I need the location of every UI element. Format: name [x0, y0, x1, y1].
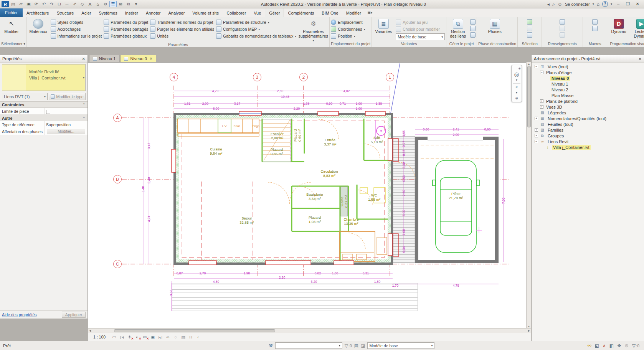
edit-selection-icon[interactable]	[527, 32, 532, 38]
vertical-scroll-thumb[interactable]	[527, 66, 531, 127]
collapse-arrow-icon[interactable]: ◂	[547, 2, 550, 7]
manage-images-icon[interactable]	[470, 32, 476, 38]
ribbon-tab-modifier[interactable]: Modifier	[342, 8, 365, 17]
help-dropdown-icon[interactable]: ▾	[611, 2, 612, 6]
viewbar-collapse-icon[interactable]: ‹	[197, 335, 198, 339]
decal-icon[interactable]	[470, 19, 476, 25]
drag-on-selection-icon[interactable]: ✥	[617, 343, 621, 348]
ribbon-tab-architecture[interactable]: Architecture	[23, 8, 53, 17]
dropdown-arrow-icon[interactable]: ▾	[295, 35, 296, 38]
scale-button[interactable]: 1 : 100	[93, 335, 106, 339]
scroll-down-icon[interactable]: ▼	[528, 325, 530, 328]
horizontal-scrollbar[interactable]: ◀ ▶	[88, 328, 531, 333]
dropdown-arrow-icon[interactable]: ▾	[441, 35, 443, 39]
materials-button[interactable]: Matériaux	[28, 18, 49, 34]
sync-icon[interactable]: ⟳	[33, 1, 40, 7]
open-icon[interactable]: ▱	[17, 1, 25, 7]
crop-off-icon[interactable]: ✄	[142, 334, 148, 340]
switch-windows-icon[interactable]: ⧉	[125, 1, 132, 7]
reference-type-value[interactable]: Superposition	[45, 121, 88, 128]
properties-header[interactable]: Propriétés ✕	[0, 55, 88, 63]
manage-links-button[interactable]: ⧉ Gestion des liens	[447, 18, 468, 38]
type-selector-dropdown-icon[interactable]: ▾	[83, 76, 84, 79]
worksets-icon[interactable]: ⚒	[269, 343, 273, 348]
ribbon-tab-compl-ments[interactable]: Compléments	[284, 8, 318, 17]
zoom-dropdown-icon[interactable]: ▾	[516, 90, 517, 95]
load-selection-icon[interactable]	[527, 26, 532, 31]
ribbon-tab-collaborer[interactable]: Collaborer	[223, 8, 250, 17]
select-by-face-icon[interactable]: ◧	[609, 343, 614, 348]
ribbon-item-styles-d-objets[interactable]: Styles d'objets	[51, 20, 102, 25]
aligned-dimension-icon[interactable]: ⇗	[71, 1, 78, 7]
ribbon-item-unit-s[interactable]: Unités	[150, 33, 214, 39]
save-icon[interactable]: ▣	[25, 1, 32, 7]
zoom-region-icon[interactable]: ⌕	[515, 84, 518, 89]
browser-item-familles[interactable]: +▨Familles	[533, 127, 644, 133]
browser-item-vues-tout[interactable]: −◫Vues (tout)	[533, 64, 644, 69]
ribbon-tab-fichier[interactable]: Fichier	[0, 8, 23, 17]
minimize-button[interactable]: –	[615, 2, 622, 7]
select-pinned-icon[interactable]: ⊼	[603, 343, 606, 348]
search-icon[interactable]: ⌕	[552, 2, 555, 7]
show-crop-icon[interactable]: ◱	[157, 334, 163, 340]
project-browser-header[interactable]: Arborescence du projet - Projet4.rvt ✕	[532, 55, 644, 63]
ribbon-item-position[interactable]: Position▾	[331, 33, 365, 39]
select-by-id-icon[interactable]	[560, 26, 565, 31]
background-processes-icon[interactable]: ⚙	[624, 343, 629, 348]
temporary-hide-icon[interactable]: ∞	[165, 334, 171, 340]
active-design-option-select[interactable]: Modèle de base▾	[396, 33, 445, 40]
scroll-right-icon[interactable]: ▶	[528, 329, 530, 332]
wheel-dropdown-icon[interactable]: ▾	[516, 78, 517, 83]
expand-icon[interactable]: +	[540, 105, 543, 109]
ribbon-item-coordonn-es[interactable]: Coordonnées▾	[331, 26, 365, 32]
thin-lines-icon[interactable]: ☰	[109, 1, 117, 7]
dynamo-button[interactable]: D Dynamo	[608, 18, 629, 34]
dropdown-arrow-icon[interactable]: ▾	[268, 21, 269, 24]
customize-quick-access-icon[interactable]: ▾	[132, 1, 140, 7]
dropdown-arrow-icon[interactable]: ▾	[363, 28, 365, 31]
collapse-icon[interactable]: −	[540, 71, 543, 74]
revit-logo-icon[interactable]: R	[2, 1, 9, 7]
print-icon[interactable]: ⊟	[56, 1, 63, 7]
dropdown-arrow-icon[interactable]: ▾	[258, 28, 260, 31]
browser-item-vues-3d[interactable]: +Vues 3D	[533, 104, 644, 110]
browser-item-l-gendes[interactable]: ▤Légendes	[533, 110, 644, 116]
ribbon-item-accrochages[interactable]: Accrochages	[51, 26, 102, 32]
ribbon-tab-syst-mes[interactable]: Systèmes	[95, 8, 121, 17]
browser-item-plan-masse[interactable]: Plan Masse	[533, 92, 644, 98]
additional-settings-button[interactable]: ⚙ Paramètres supplémentaires▾	[298, 18, 328, 43]
close-button[interactable]: ✕	[634, 2, 641, 7]
show-constraints-icon[interactable]: ⊓	[188, 334, 194, 340]
browser-item-groupes[interactable]: +⧉Groupes	[533, 133, 644, 139]
dynamo-player-button[interactable]: ▶ Lecteur Dynamo	[631, 18, 644, 38]
crop-region-icon[interactable]: ▣	[149, 334, 156, 340]
ribbon-tab-ins-rer[interactable]: Insérer	[121, 8, 142, 17]
type-selector[interactable]: Modèle Revit lié Villa j_Container.rvt ▾	[2, 64, 86, 91]
properties-help-link[interactable]: Aide des propriétés	[2, 312, 36, 317]
ribbon-item-param-tres-de-structure[interactable]: Paramètres de structure▾	[216, 20, 296, 25]
browser-item-liens-revit[interactable]: −∞Liens Revit	[533, 139, 644, 144]
design-options-button[interactable]: ≣ Variantes	[373, 18, 394, 34]
project-browser-close-icon[interactable]: ✕	[639, 57, 642, 61]
active-design-option-dropdown[interactable]: Modèle de base▾	[367, 342, 434, 349]
collapse-icon[interactable]: −	[535, 140, 538, 143]
signin-dropdown-icon[interactable]: ▾	[593, 2, 594, 6]
browser-item-niveau-2[interactable]: Niveau 2	[533, 87, 644, 92]
visual-style-icon[interactable]: ◳	[119, 334, 125, 340]
ribbon-item-param-tres-globaux[interactable]: Paramètres globaux	[104, 33, 148, 39]
redo-icon[interactable]: ↷	[48, 1, 55, 7]
default-3d-view-icon[interactable]: ⌂	[94, 1, 101, 7]
editing-requests-icon[interactable]: ▤	[354, 343, 358, 348]
ribbon-tab-g-rer[interactable]: Gérer	[265, 8, 284, 17]
section-other[interactable]: Autre⌃	[0, 115, 88, 121]
browser-item-nomenclatures-quantit-s-tout[interactable]: +▦Nomenclatures/Quantités (tout)	[533, 116, 644, 121]
properties-close-icon[interactable]: ✕	[82, 57, 85, 61]
editable-only-icon[interactable]: ▽	[345, 343, 348, 348]
worksets-dropdown[interactable]: ▾	[275, 342, 342, 349]
browser-item-villa-j-container-rvt[interactable]: ↓Villa j_Container.rvt	[533, 144, 644, 150]
phases-button[interactable]: ▦ Phases	[484, 18, 505, 34]
text-icon[interactable]: A	[86, 1, 94, 7]
ribbon-item-informations-sur-le-projet[interactable]: Informations sur le projet	[51, 33, 102, 39]
scroll-left-icon[interactable]: ◀	[89, 329, 91, 332]
dropdown-arrow-icon[interactable]: ▾	[354, 35, 355, 38]
